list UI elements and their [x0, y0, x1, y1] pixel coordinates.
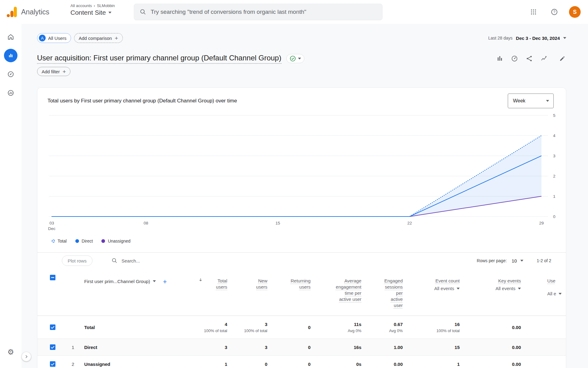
chart-title: Total users by First user primary channe…: [47, 98, 237, 104]
column-header-total-users[interactable]: Total users: [194, 269, 232, 316]
sidebar-item-home[interactable]: [4, 30, 17, 44]
user-avatar[interactable]: S: [569, 6, 581, 18]
legend-item-total[interactable]: Total: [52, 239, 67, 243]
property-name[interactable]: Content Site: [70, 9, 106, 16]
legend-item-unassigned[interactable]: Unassigned: [101, 239, 130, 243]
segment-label: All Users: [48, 36, 66, 41]
svg-text:3: 3: [553, 154, 556, 158]
search-bar[interactable]: [134, 4, 383, 20]
home-icon: [7, 33, 14, 40]
segment-chip-all-users[interactable]: A All Users: [37, 33, 71, 43]
account-switcher[interactable]: All accounts › SLMobbin Content Site: [70, 3, 115, 16]
metric-cell: 0.00: [465, 339, 526, 355]
benchmark-button[interactable]: [511, 55, 518, 63]
metric-cell: 16s: [315, 339, 366, 355]
plus-icon: +: [62, 69, 66, 75]
table-row-1[interactable]: 1Direct33016s1.00150.00: [37, 339, 566, 356]
table-header-row: First user prim...Channel Group) + Total…: [37, 269, 566, 316]
column-filter-value: All e: [547, 291, 556, 297]
bar-chart-icon: [496, 55, 503, 62]
analytics-home-link[interactable]: Analytics: [7, 0, 49, 24]
sidebar-item-explore[interactable]: [4, 67, 17, 81]
table-row-total[interactable]: Total4100% of total3100% of total011sAvg…: [37, 316, 566, 339]
metric-value: 11s: [354, 322, 361, 327]
breadcrumb-account[interactable]: SLMobbin: [97, 3, 115, 8]
sidebar-item-advertising[interactable]: [4, 86, 17, 100]
svg-text:1: 1: [553, 194, 556, 199]
legend-label: Unassigned: [108, 239, 130, 243]
dimension-column-header[interactable]: First user prim...Channel Group) +: [68, 269, 194, 316]
comparison-bars-button[interactable]: [496, 55, 504, 63]
row-checkbox[interactable]: [50, 324, 55, 330]
legend-label: Total: [58, 239, 67, 243]
help-button[interactable]: ?: [548, 6, 560, 18]
apps-grid-button[interactable]: [527, 6, 540, 18]
metric-value: 0.00: [512, 362, 521, 367]
chevron-down-icon: [298, 58, 301, 59]
plot-rows-button[interactable]: Plot rows: [62, 255, 92, 266]
column-filter-select[interactable]: All e: [547, 291, 562, 297]
column-header-new-users[interactable]: New users: [232, 269, 272, 316]
search-icon: [140, 9, 146, 15]
breadcrumb-separator: ›: [94, 3, 95, 8]
metric-value: 0: [308, 345, 311, 350]
table-search[interactable]: [111, 258, 477, 264]
column-filter-select[interactable]: All events: [434, 286, 460, 292]
table-row-2[interactable]: 2Unassigned1000s0.0010.00: [37, 356, 566, 368]
metric-cell: 0.00: [465, 316, 526, 339]
rows-per-page-select[interactable]: 10: [512, 258, 523, 263]
segment-badge: A: [39, 35, 46, 41]
metric-value: 16: [454, 322, 460, 327]
edit-report-button[interactable]: [558, 55, 566, 63]
column-header-event-count[interactable]: Event countAll events: [408, 269, 465, 316]
add-filter-label: Add filter: [42, 69, 60, 74]
column-header-returning-users[interactable]: Returning users: [272, 269, 315, 316]
column-header-key-events[interactable]: Key eventsAll events: [465, 269, 526, 316]
select-all-checkbox[interactable]: [50, 275, 55, 280]
page-title[interactable]: User acquisition: First user primary cha…: [37, 54, 281, 64]
search-input[interactable]: [151, 9, 377, 15]
report-status-badge[interactable]: [286, 54, 304, 63]
metric-cell: 0: [272, 356, 315, 368]
metric-cell: 3: [232, 339, 272, 355]
dimension-value: Unassigned: [84, 362, 110, 367]
add-filter-button[interactable]: Add filter +: [37, 67, 70, 76]
metric-value: 0.00: [512, 345, 521, 350]
insights-button[interactable]: [540, 55, 548, 63]
date-range-picker[interactable]: Last 28 days Dec 3 - Dec 30, 2024: [488, 33, 566, 43]
column-header-average-engagement-time-per-active-user[interactable]: Average engagement time per active user: [315, 269, 366, 316]
breadcrumb-all-accounts[interactable]: All accounts: [70, 3, 92, 8]
row-number: 1: [72, 345, 84, 350]
share-button[interactable]: [525, 55, 533, 63]
timeseries-chart: 01234503Dec08152229: [37, 112, 566, 235]
row-checkbox[interactable]: [50, 344, 55, 350]
settings-gear-icon[interactable]: ⚙: [0, 348, 21, 356]
column-label: Use: [547, 278, 556, 284]
column-header-engaged-sessions-per-active-user[interactable]: Engaged sessions per active user: [366, 269, 408, 316]
metric-value: 15: [454, 345, 460, 350]
svg-text:03: 03: [49, 221, 54, 225]
column-label: Key events: [498, 278, 521, 284]
sidebar-expand-button[interactable]: [22, 352, 31, 361]
analytics-logo-icon: [7, 7, 17, 17]
add-dimension-icon[interactable]: +: [163, 278, 167, 285]
report-card: Total users by First user primary channe…: [37, 87, 566, 368]
metric-cell: 0.00: [366, 356, 408, 368]
row-checkbox[interactable]: [50, 361, 55, 367]
metric-value: 0: [265, 362, 267, 367]
granularity-select[interactable]: Week: [508, 94, 554, 108]
column-label: Event count: [435, 278, 460, 284]
column-filter-select[interactable]: All events: [496, 286, 521, 292]
column-header-use[interactable]: UseAll e: [526, 269, 566, 316]
column-filter-value: All events: [496, 286, 515, 292]
share-icon: [526, 55, 533, 62]
table-search-input[interactable]: [122, 258, 250, 263]
sidebar-item-reports[interactable]: [4, 49, 17, 62]
metric-subvalue: 100% of total: [436, 328, 460, 333]
add-comparison-button[interactable]: Add comparison +: [74, 33, 123, 43]
row-number: 2: [72, 362, 84, 367]
legend-item-direct[interactable]: Direct: [75, 239, 93, 243]
table-toolbar: Plot rows Rows per page: 10 1-2 of 2: [37, 253, 566, 269]
metric-cell: 0.67Avg 0%: [366, 316, 408, 339]
sort-descending-icon[interactable]: [198, 278, 203, 284]
